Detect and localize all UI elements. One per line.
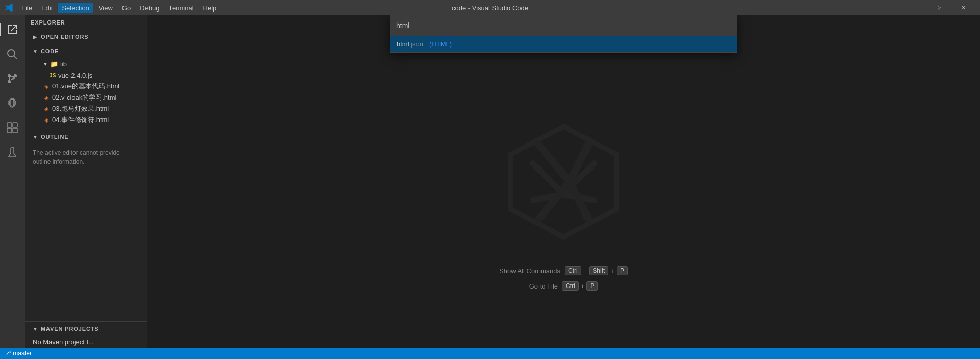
- command-palette: html.json (HTML): [390, 15, 737, 53]
- outline-label: OUTLINE: [41, 134, 68, 140]
- command-result-0[interactable]: html.json (HTML): [390, 36, 737, 52]
- status-bar: ⎇ master: [0, 348, 980, 359]
- html-icon-03: ◈: [43, 106, 50, 112]
- file-02[interactable]: ◈ 02.v-cloak的学习.html: [24, 92, 147, 103]
- command-results: html.json (HTML): [390, 36, 737, 53]
- maven-header[interactable]: ▼ MAVEN PROJECTS: [24, 321, 147, 336]
- menu-file[interactable]: File: [17, 3, 36, 13]
- title-bar-left: File Edit Selection View Go Debug Termin…: [5, 3, 220, 13]
- svg-point-0: [8, 50, 15, 57]
- lib-folder[interactable]: ▼ 📁 lib: [24, 58, 147, 69]
- activity-search[interactable]: [0, 42, 24, 66]
- close-button[interactable]: ✕: [951, 0, 975, 15]
- lib-chevron: ▼: [43, 61, 48, 67]
- svg-rect-7: [7, 128, 12, 133]
- menu-help[interactable]: Help: [199, 3, 221, 13]
- activity-bar: [0, 15, 24, 348]
- menu-selection[interactable]: Selection: [58, 3, 93, 13]
- activity-source-control[interactable]: [0, 66, 24, 91]
- explorer-label: EXPLORER: [31, 19, 65, 26]
- maximize-button[interactable]: ⧽: [928, 0, 951, 15]
- result-suffix: .json: [409, 40, 423, 48]
- html-icon-02: ◈: [43, 94, 50, 101]
- window-controls: − ⧽ ✕: [904, 0, 975, 15]
- menu-go[interactable]: Go: [118, 3, 135, 13]
- activity-testing[interactable]: [0, 140, 24, 164]
- file-03[interactable]: ◈ 03.跑马灯效果.html: [24, 103, 147, 114]
- svg-line-1: [14, 56, 17, 59]
- open-editors-chevron: ▶: [33, 34, 39, 40]
- main-container: EXPLORER ▶ OPEN EDITORS ▼ CODE ▼ 📁 lib J…: [0, 15, 980, 348]
- command-palette-input[interactable]: [396, 21, 731, 30]
- menu-edit[interactable]: Edit: [37, 3, 57, 13]
- result-type: (HTML): [429, 40, 452, 48]
- activity-extensions[interactable]: [0, 115, 24, 140]
- vscode-logo: [5, 4, 13, 12]
- code-label: CODE: [41, 48, 59, 54]
- command-input-wrapper[interactable]: [390, 15, 737, 36]
- status-bar-left: ⎇ master: [4, 350, 32, 357]
- sidebar: EXPLORER ▶ OPEN EDITORS ▼ CODE ▼ 📁 lib J…: [24, 15, 147, 348]
- folder-icon: 📁: [50, 60, 58, 68]
- menu-view[interactable]: View: [94, 3, 117, 13]
- vue-file[interactable]: JS vue-2.4.0.js: [24, 69, 147, 81]
- js-file-icon: JS: [49, 72, 56, 79]
- file-04-name: 04.事件修饰符.html: [52, 115, 109, 125]
- menu-terminal[interactable]: Terminal: [164, 3, 198, 13]
- outline-empty-text: The active editor cannot provide outline…: [24, 144, 147, 171]
- html-icon-01: ◈: [43, 83, 50, 90]
- open-editors-header[interactable]: ▶ OPEN EDITORS: [24, 30, 147, 44]
- activity-explorer[interactable]: [0, 17, 24, 42]
- maven-chevron: ▼: [33, 326, 39, 332]
- outline-header[interactable]: ▼ OUTLINE: [24, 130, 147, 144]
- result-filename: html.json: [397, 40, 423, 48]
- svg-rect-5: [7, 123, 12, 127]
- lib-folder-name: lib: [60, 60, 67, 68]
- command-palette-overlay: html.json (HTML): [147, 15, 980, 348]
- vue-file-name: vue-2.4.0.js: [58, 71, 92, 79]
- window-title: code - Visual Studio Code: [452, 4, 528, 12]
- activity-debug[interactable]: [0, 91, 24, 115]
- maven-empty-text: No Maven project f...: [24, 336, 147, 348]
- outline-chevron: ▼: [33, 134, 39, 140]
- file-04[interactable]: ◈ 04.事件修饰符.html: [24, 114, 147, 126]
- file-01[interactable]: ◈ 01.vue的基本代码.html: [24, 81, 147, 92]
- html-icon-04: ◈: [43, 117, 50, 124]
- file-03-name: 03.跑马灯效果.html: [52, 104, 109, 113]
- title-bar: File Edit Selection View Go Debug Termin…: [0, 0, 980, 15]
- minimize-button[interactable]: −: [904, 0, 928, 15]
- menu-debug[interactable]: Debug: [136, 3, 163, 13]
- svg-rect-6: [13, 123, 17, 127]
- file-01-name: 01.vue的基本代码.html: [52, 82, 119, 91]
- open-editors-label: OPEN EDITORS: [41, 34, 88, 40]
- file-02-name: 02.v-cloak的学习.html: [52, 93, 116, 102]
- maven-label: MAVEN PROJECTS: [41, 326, 99, 332]
- code-chevron: ▼: [33, 49, 39, 54]
- editor-area: html.json (HTML) Show All Commands Ctrl …: [147, 15, 980, 348]
- menu-bar: File Edit Selection View Go Debug Termin…: [17, 3, 220, 13]
- maven-spacer: ▼ MAVEN PROJECTS No Maven project f...: [24, 321, 147, 348]
- explorer-header: EXPLORER: [24, 15, 147, 30]
- result-match: html: [397, 40, 409, 48]
- code-section-header[interactable]: ▼ CODE: [24, 44, 147, 58]
- svg-rect-8: [13, 128, 17, 133]
